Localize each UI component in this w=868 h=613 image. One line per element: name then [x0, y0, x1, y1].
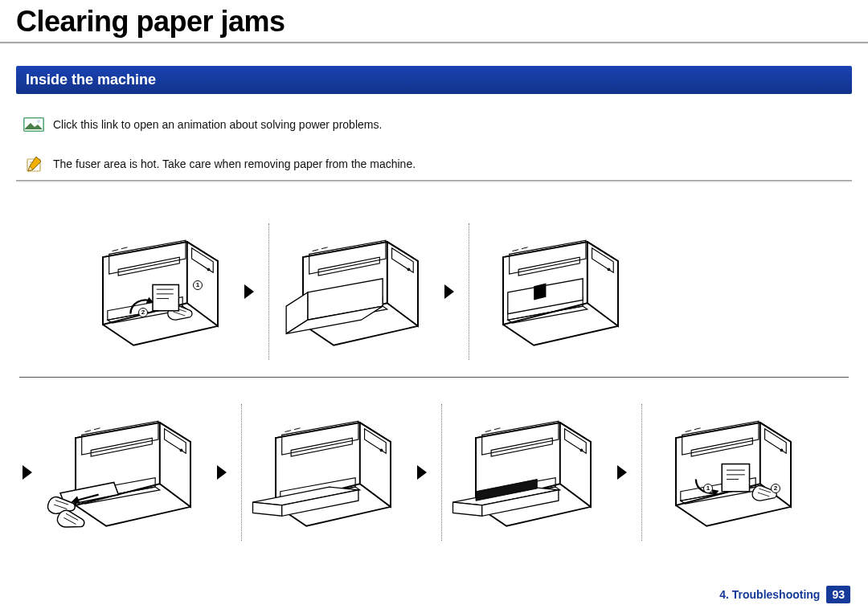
page-title: Clearing paper jams: [0, 0, 868, 42]
animation-link-row[interactable]: Click this link to open an animation abo…: [16, 113, 852, 141]
step-separator: [241, 404, 242, 541]
diagram-step-6: [445, 400, 606, 545]
picture-icon: [23, 116, 45, 133]
pencil-note-icon: [23, 156, 45, 172]
arrow-icon: [444, 284, 454, 299]
diagram-step-4: [45, 400, 206, 545]
diagram-step-7: 1 2: [645, 400, 806, 545]
caution-note-text: The fuser area is hot. Take care when re…: [53, 156, 416, 173]
row-divider: [19, 377, 849, 378]
diagram-step-5: [245, 400, 406, 545]
diagram-step-3: [473, 219, 633, 364]
arrow-icon: [217, 465, 227, 480]
step-separator: [641, 404, 642, 541]
diagram-row-2: 1 2: [19, 400, 849, 545]
arrow-icon: [417, 465, 427, 480]
svg-rect-4: [153, 285, 178, 311]
svg-point-2: [37, 120, 40, 123]
note-divider: [16, 180, 852, 182]
footer-chapter: 4. Troubleshooting: [719, 588, 820, 601]
footer-page-number: 93: [826, 586, 850, 603]
step-separator: [268, 223, 269, 360]
diagram-step-2: [272, 219, 433, 364]
arrow-icon: [23, 465, 32, 480]
arrow-icon: [617, 465, 627, 480]
animation-link-text: Click this link to open an animation abo…: [53, 116, 382, 133]
arrow-icon: [244, 284, 254, 299]
page-footer: 4. Troubleshooting 93: [719, 586, 850, 603]
diagram-step-1: 1 2: [72, 219, 233, 364]
caution-note-row: The fuser area is hot. Take care when re…: [16, 153, 852, 179]
step-separator: [469, 223, 469, 360]
svg-rect-5: [722, 464, 749, 492]
section-heading: Inside the machine: [16, 66, 852, 94]
step-separator: [441, 404, 442, 541]
diagram-row-1: 1 2: [19, 219, 849, 364]
